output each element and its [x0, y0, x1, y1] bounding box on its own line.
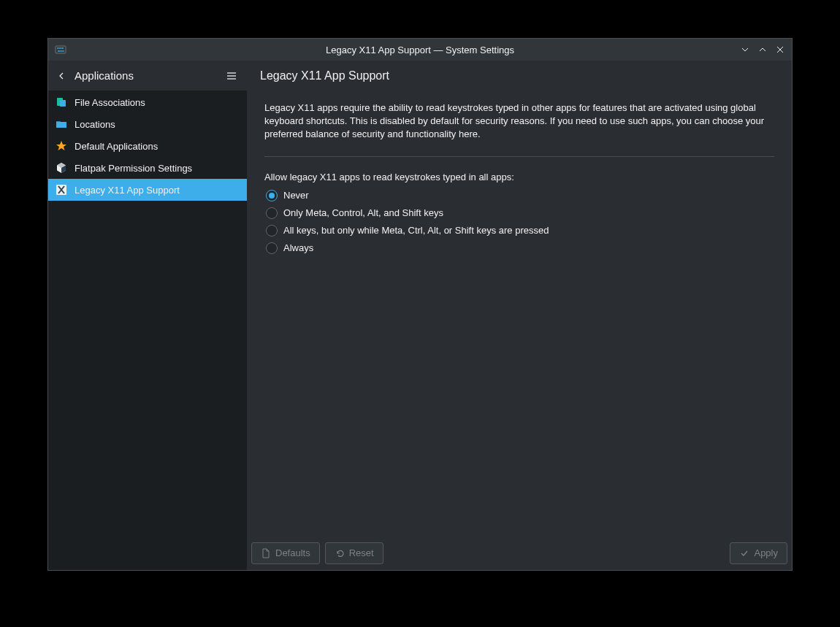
- app-icon: [55, 44, 66, 55]
- document-icon: [261, 548, 271, 558]
- hamburger-button[interactable]: [224, 68, 240, 84]
- svg-rect-0: [56, 46, 66, 53]
- defaults-button[interactable]: Defaults: [251, 542, 320, 564]
- radio-button-icon: [266, 225, 278, 236]
- sidebar-item-flatpak-permissions[interactable]: Flatpak Permission Settings: [48, 157, 247, 179]
- x11-icon: [56, 184, 67, 196]
- description-text: Legacy X11 apps require the ability to r…: [264, 101, 774, 142]
- sidebar-item-file-associations[interactable]: File Associations: [48, 91, 247, 113]
- button-label: Reset: [349, 547, 374, 558]
- undo-icon: [335, 548, 345, 558]
- radio-button-icon: [266, 190, 278, 201]
- close-button[interactable]: [774, 43, 787, 56]
- radio-option-always[interactable]: Always: [266, 242, 774, 254]
- window-title: Legacy X11 App Support — System Settings: [48, 45, 792, 55]
- sidebar-item-locations[interactable]: Locations: [48, 113, 247, 135]
- window-body: Applications: [48, 61, 792, 570]
- radio-option-modifiers[interactable]: Only Meta, Control, Alt, and Shift keys: [266, 207, 774, 219]
- back-button[interactable]: Applications: [56, 69, 134, 82]
- radio-button-icon: [266, 207, 278, 219]
- chevron-left-icon: [56, 70, 67, 82]
- sidebar-header: Applications: [48, 61, 247, 91]
- footer-bar: Defaults Reset: [247, 536, 792, 570]
- system-settings-window: Legacy X11 App Support — System Settings…: [47, 38, 793, 571]
- page-header: Legacy X11 App Support: [247, 61, 792, 91]
- radio-option-never[interactable]: Never: [266, 190, 774, 201]
- button-label: Apply: [754, 547, 778, 558]
- radio-label: Never: [283, 190, 309, 201]
- sidebar-item-label: File Associations: [75, 97, 145, 108]
- radio-button-icon: [266, 242, 278, 254]
- sidebar: Applications: [48, 61, 247, 570]
- sidebar-item-label: Default Applications: [75, 141, 158, 152]
- svg-point-4: [58, 50, 59, 52]
- sidebar-item-default-applications[interactable]: Default Applications: [48, 135, 247, 157]
- minimize-button[interactable]: [738, 43, 752, 56]
- sidebar-item-legacy-x11[interactable]: Legacy X11 App Support: [48, 179, 247, 201]
- svg-point-2: [62, 47, 64, 49]
- sidebar-list: File Associations Locations: [48, 91, 247, 570]
- page-title: Legacy X11 App Support: [260, 69, 389, 82]
- separator: [264, 156, 774, 157]
- folder-icon: [56, 118, 67, 130]
- main-panel: Legacy X11 App Support Legacy X11 apps r…: [247, 61, 792, 570]
- content-area: Legacy X11 apps require the ability to r…: [247, 91, 792, 536]
- reset-button[interactable]: Reset: [325, 542, 383, 564]
- flatpak-icon: [56, 162, 67, 174]
- radio-option-while-modifier[interactable]: All keys, but only while Meta, Ctrl, Alt…: [266, 225, 774, 236]
- radio-group: Never Only Meta, Control, Alt, and Shift…: [264, 190, 774, 254]
- sidebar-item-label: Locations: [75, 119, 115, 130]
- radio-label: Always: [283, 242, 313, 253]
- sidebar-item-label: Flatpak Permission Settings: [75, 163, 192, 174]
- check-icon: [739, 548, 749, 558]
- titlebar: Legacy X11 App Support — System Settings: [48, 39, 792, 61]
- button-label: Defaults: [275, 547, 310, 558]
- apply-button[interactable]: Apply: [730, 542, 787, 564]
- radio-label: Only Meta, Control, Alt, and Shift keys: [283, 207, 443, 218]
- maximize-button[interactable]: [756, 43, 769, 56]
- sidebar-item-label: Legacy X11 App Support: [75, 185, 180, 196]
- radio-label: All keys, but only while Meta, Ctrl, Alt…: [283, 225, 549, 236]
- star-icon: [56, 140, 67, 152]
- question-label: Allow legacy X11 apps to read keystrokes…: [264, 172, 774, 182]
- svg-rect-9: [60, 100, 66, 107]
- file-assoc-icon: [56, 96, 67, 108]
- sidebar-title: Applications: [75, 69, 134, 82]
- window-controls: [738, 43, 792, 56]
